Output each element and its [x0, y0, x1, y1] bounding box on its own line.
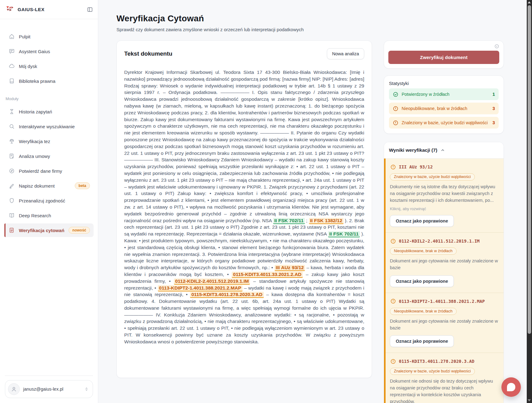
alert-circle-icon — [390, 358, 396, 364]
sidebar-item-biblioteka-prawna[interactable]: Biblioteka prawna — [4, 74, 94, 88]
sidebar-footer: janusz@gaius-lex.pl — [5, 375, 93, 398]
stat-label: Nieopublikowane, brak w źródłach — [402, 106, 467, 111]
sidebar-collapse-icon[interactable] — [87, 6, 93, 13]
sidebar-item-pulpit[interactable]: Pulpit — [4, 30, 94, 43]
result-description: Dokument nie odnosi się do tezy dotycząc… — [390, 378, 499, 403]
doc-text-run: ). Kawa: • jest produktem typowym, powsz… — [124, 231, 364, 270]
results-list: III AUz 93/12Znaleziony w bazie, użycie … — [384, 159, 504, 403]
page-title: Weryfikacja Cytowań — [116, 14, 527, 23]
sidebar-item-label: Mój dysk — [19, 64, 37, 69]
stat-count: 1 — [492, 92, 495, 97]
chevron-up-icon — [440, 148, 445, 153]
sidebar-item-label: Weryfikacja cytowań — [19, 228, 64, 233]
search-icon — [9, 123, 15, 129]
sidebar-item-weryfikacja-cytowan[interactable]: Weryfikacja cytowańnowość — [4, 223, 94, 237]
chat-icon — [9, 48, 15, 54]
sidebar-item-label: Analiza umowy — [19, 154, 50, 159]
sidebar-item-weryfikacja-tez[interactable]: Weryfikacja tez — [4, 134, 94, 148]
result-description: Dokument ani jego cytowania nie zostały … — [390, 318, 499, 332]
verify-card-info-row — [388, 43, 499, 51]
user-account-selector[interactable]: janusz@gaius-lex.pl — [5, 380, 93, 398]
doc-text-run: ; — [305, 218, 309, 223]
document-text: Dyrektor Krajowej Informacji Skarbowej u… — [124, 69, 364, 345]
stat-row-znaleziony-w-bazie-uzycie-budzi-watpliwosci: Znaleziony w bazie, użycie budzi wątpliw… — [389, 117, 499, 129]
document-panel: Tekst dokumentu Nowa analiza Dyrektor Kr… — [116, 40, 372, 378]
sidebar-item-interaktywne-wyszukiwanie[interactable]: Interaktywne wyszukiwanie — [4, 120, 94, 133]
result-header: 0112-KDIL2-2.4011.512.2019.1.IM — [390, 238, 499, 244]
chat-launcher-button[interactable] — [501, 377, 521, 397]
pen-icon — [9, 183, 15, 189]
page-subtitle: Sprawdź czy dokument zawiera zmyślone wn… — [116, 27, 527, 32]
sidebar-item-historia-zapytan[interactable]: Historia zapytań — [4, 105, 94, 118]
mark-fixed-button[interactable]: Oznacz jako poprawione — [390, 215, 454, 227]
check-circle-icon — [393, 91, 399, 97]
mark-fixed-button[interactable]: Oznacz jako poprawione — [390, 335, 454, 347]
sidebar-header: GAIUS-LEX — [0, 0, 98, 19]
citation-chip[interactable]: III AUz 93/12 — [275, 265, 305, 271]
citation-chip[interactable]: II FSK 702/11 — [273, 218, 305, 224]
sidebar-item-label: Napisz dokument — [19, 183, 55, 189]
citation-doc-icon — [9, 227, 15, 233]
content-row: Tekst dokumentu Nowa analiza Dyrektor Kr… — [116, 40, 527, 403]
stats-list: Potwierdzony w źródłach1Nieopublikowane,… — [389, 88, 499, 129]
alert-circle-icon — [393, 106, 399, 112]
result-header: 0113-KDIPT2-1.4011.388.2021.2.MAP — [390, 298, 499, 304]
new-analysis-button[interactable]: Nowa analiza — [327, 48, 364, 59]
verify-document-button[interactable]: Zweryfikuj dokument — [388, 51, 499, 64]
citation-chip[interactable]: 0115-KDIT3.4011.278.2020.3.AD — [190, 292, 264, 298]
right-rail: Zweryfikuj dokument Statystyki Potwierdz… — [384, 40, 504, 403]
sidebar-item-przeanalizuj-zgodnosc[interactable]: Przeanalizuj zgodność — [4, 194, 94, 207]
sidebar-item-napisz-dokument[interactable]: Napisz dokumentbeta — [4, 179, 94, 193]
stat-label: Potwierdzony w źródłach — [402, 92, 450, 97]
citation-chip[interactable]: II FSK 1382/12 — [309, 218, 344, 224]
vertical-scrollbar[interactable] — [527, 0, 532, 403]
verification-result[interactable]: 0113-KDIPT2-1.4011.388.2021.2.MAPNieopub… — [386, 293, 504, 353]
citation-chip[interactable]: 0112-KDIL2-2.4011.512.2019.1.IM — [174, 278, 250, 285]
contract-icon — [9, 153, 15, 159]
sidebar-item-analiza-umowy[interactable]: Analiza umowy — [4, 149, 94, 163]
mark-fixed-button[interactable]: Oznacz jako poprawione — [390, 275, 454, 287]
sidebar-item-label: Deep Research — [19, 213, 51, 218]
verify-card: Zweryfikuj dokument — [384, 40, 504, 69]
stat-row-nieopublikowane-brak-w-zrod-ach: Nieopublikowane, brak w źródłach3 — [389, 103, 499, 114]
verification-result[interactable]: 0115-KDIT3.4011.278.2020.3.ADZnaleziony … — [386, 353, 504, 403]
results-title: Wyniki weryfikacji (7) — [389, 147, 437, 153]
expand-hint[interactable]: Kliknij, aby rozwinąć — [390, 206, 499, 211]
brand-name: GAIUS-LEX — [18, 7, 44, 12]
results-header[interactable]: Wyniki weryfikacji (7) — [384, 142, 504, 159]
citation-chip[interactable]: 0113-KDIPT2-1.4011.388.2021.2.MAP — [158, 285, 243, 291]
scroll-down-arrow-icon[interactable] — [528, 399, 531, 401]
sidebar-item-moj-dysk[interactable]: Mój dysk — [4, 59, 94, 73]
citation-chip[interactable]: II FSK 702/11 — [328, 231, 360, 237]
document-panel-header: Tekst dokumentu Nowa analiza — [124, 47, 364, 61]
status-badge: Znaleziony w bazie, użycie budzi wątpliw… — [390, 368, 475, 375]
hourglass-icon — [9, 108, 15, 115]
verification-result[interactable]: III AUz 93/12Znaleziony w bazie, użycie … — [386, 159, 504, 233]
document-panel-title: Tekst dokumentu — [124, 50, 172, 57]
sidebar-nav-main: PulpitAsystent GaiusMój dyskBiblioteka p… — [0, 19, 98, 89]
verification-result[interactable]: 0112-KDIL2-2.4011.512.2019.1.IMNieopubli… — [386, 233, 504, 293]
shield-icon — [9, 197, 15, 204]
result-description: Dokumenty nie są istotne dla tezy dotycz… — [390, 184, 499, 204]
open-book-icon — [9, 212, 15, 218]
result-description: Dokument ani jego cytowania nie zostały … — [390, 258, 499, 271]
user-email: janusz@gaius-lex.pl — [23, 387, 63, 392]
stat-row-potwierdzony-w-zrod-ach: Potwierdzony w źródłach1 — [389, 88, 499, 100]
scales-icon — [9, 138, 15, 144]
sidebar-item-potwierdz-dane-firmy[interactable]: Potwierdź dane firmy — [4, 164, 94, 178]
sidebar-item-label: Interaktywne wyszukiwanie — [19, 124, 75, 129]
sidebar-item-label: Asystent Gaius — [19, 49, 50, 54]
stats-title: Statystyki — [389, 81, 499, 86]
sidebar-nav-modules: Historia zapytańInteraktywne wyszukiwani… — [0, 105, 98, 238]
info-icon[interactable] — [494, 44, 499, 49]
results-card: Wyniki weryfikacji (7) III AUz 93/12Znal… — [384, 142, 504, 403]
sidebar-item-asystent-gaius[interactable]: Asystent Gaius — [4, 45, 94, 58]
scrollbar-thumb[interactable] — [528, 5, 531, 334]
status-badge: Znaleziony w bazie, użycie budzi wątpliw… — [390, 173, 475, 180]
scroll-up-arrow-icon[interactable] — [528, 1, 531, 3]
stat-count: 3 — [492, 106, 495, 111]
sidebar-item-deep-research[interactable]: Deep Research — [4, 209, 94, 222]
citation-chip[interactable]: 0115-KDIT3.4011.33.2021.2.AD — [232, 272, 302, 278]
cloud-icon — [9, 63, 15, 69]
alert-circle-icon — [390, 164, 396, 170]
